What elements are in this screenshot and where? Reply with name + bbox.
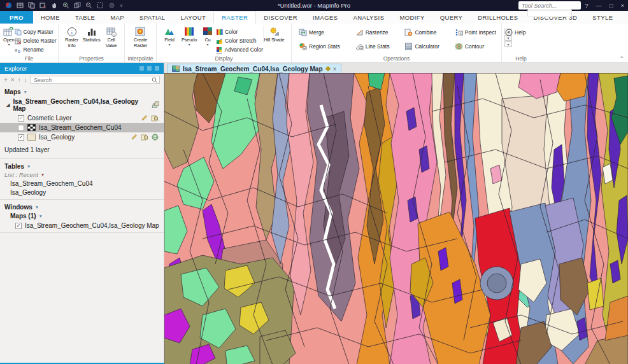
color-stretch-button[interactable]: Color Stretch bbox=[216, 37, 263, 45]
help-button[interactable]: ? Help bbox=[505, 29, 525, 36]
tables-filter[interactable]: List : Recent ▼ bbox=[0, 171, 164, 179]
tab-images[interactable]: IMAGES bbox=[305, 11, 345, 24]
layer-row-geochem[interactable]: Isa_Stream_Geochem_Cu04 bbox=[0, 123, 164, 132]
explorer-move-up-button[interactable]: ↑ bbox=[18, 77, 21, 83]
explorer-header[interactable]: Explorer bbox=[0, 63, 164, 74]
tab-drillholes[interactable]: DRILLHOLES bbox=[470, 11, 525, 24]
advanced-color-button[interactable]: Advanced Color bbox=[216, 46, 263, 53]
tables-section-header[interactable]: Tables ▼ bbox=[0, 160, 164, 171]
layer-checkbox[interactable]: ✓ bbox=[18, 134, 24, 141]
tab-pro[interactable]: PRO bbox=[0, 11, 33, 24]
tab-raster[interactable]: RASTER bbox=[213, 11, 256, 24]
explorer-pin-icon[interactable] bbox=[139, 66, 144, 71]
edit-pencil-icon[interactable] bbox=[141, 115, 148, 122]
delete-raster-button[interactable]: Delete Raster bbox=[15, 37, 57, 45]
calculator-icon bbox=[404, 43, 413, 50]
tab-table[interactable]: TABLE bbox=[68, 11, 103, 24]
table-item[interactable]: Isa_Geology bbox=[0, 188, 164, 197]
layer-checkbox[interactable]: ✓ bbox=[18, 115, 24, 122]
explorer-search-input[interactable] bbox=[31, 76, 160, 84]
merge-button[interactable]: Merge bbox=[298, 29, 341, 36]
map-window[interactable] bbox=[164, 73, 628, 364]
divider bbox=[0, 158, 164, 159]
map-document-tab[interactable]: Isa_Stream_Geochem_Cu04,Isa_Geology Map … bbox=[167, 64, 341, 73]
collapse-ribbon-button[interactable]: ^ bbox=[620, 55, 623, 60]
tab-home[interactable]: HOME bbox=[33, 11, 68, 24]
save-table-icon[interactable] bbox=[17, 2, 24, 9]
explorer-move-down-button[interactable]: ↓ bbox=[24, 77, 27, 83]
map-layers-icon[interactable] bbox=[152, 101, 159, 109]
layer-row-geology[interactable]: ✓ Isa_Geology bbox=[0, 132, 164, 142]
copy-icon[interactable] bbox=[28, 2, 35, 9]
zoom-in-icon[interactable] bbox=[62, 2, 69, 9]
combine-button[interactable]: Combine bbox=[404, 29, 439, 36]
filter-arrow-icon: ▼ bbox=[41, 172, 45, 177]
explorer-toolbar: + × ↑ ↓ bbox=[0, 74, 164, 86]
minimize-button[interactable]: — bbox=[596, 2, 602, 9]
zoom-layer-icon[interactable] bbox=[151, 115, 159, 122]
help-window-button[interactable]: ? bbox=[585, 2, 588, 9]
layer-row-cosmetic[interactable]: ✓ Cosmetic Layer bbox=[0, 113, 164, 123]
explorer-remove-button[interactable]: × bbox=[11, 77, 15, 83]
close-button[interactable]: × bbox=[620, 2, 624, 9]
tab-modify[interactable]: MODIFY bbox=[392, 11, 432, 24]
windows-section-header[interactable]: Windows ▼ bbox=[0, 201, 164, 211]
restore-button[interactable]: □ bbox=[610, 2, 613, 9]
window-checkbox[interactable]: ✓ bbox=[15, 223, 22, 229]
globe-icon[interactable] bbox=[152, 134, 159, 141]
point-inspect-button[interactable]: x Point Inspect bbox=[454, 29, 497, 36]
tool-search-dropdown[interactable] bbox=[527, 10, 572, 17]
tab-analysis[interactable]: ANALYSIS bbox=[345, 11, 392, 24]
statistics-button[interactable]: Statistics bbox=[82, 25, 101, 43]
color-button[interactable]: Color bbox=[216, 28, 263, 36]
point-inspect-icon: x bbox=[455, 29, 463, 36]
line-stats-button[interactable]: 2 Line Stats bbox=[355, 43, 390, 50]
tab-spatial[interactable]: SPATIAL bbox=[132, 11, 173, 24]
tab-close-icon[interactable]: × bbox=[333, 66, 337, 73]
zoom-layer-icon[interactable] bbox=[141, 134, 148, 141]
windows-maps-subheader[interactable]: Maps (1) ▼ bbox=[0, 211, 164, 220]
tab-style[interactable]: STYLE bbox=[585, 11, 620, 24]
layer-checkbox[interactable] bbox=[18, 125, 24, 131]
create-raster-button[interactable]: Create Raster bbox=[129, 25, 153, 48]
field-button[interactable]: Field ▾ bbox=[160, 25, 179, 46]
tab-modified-diamond-icon bbox=[325, 66, 330, 71]
calculator-button[interactable]: Calculator bbox=[404, 43, 439, 50]
rasterize-button[interactable]: Rasterize bbox=[355, 29, 390, 36]
pan-hand-icon[interactable] bbox=[51, 2, 58, 9]
section-arrow-icon: ▼ bbox=[27, 164, 31, 169]
open-button[interactable]: Open ▾ bbox=[3, 25, 15, 46]
qat-customize-icon[interactable]: ∨ bbox=[120, 3, 123, 8]
rename-button[interactable]: ab Rename bbox=[15, 46, 57, 53]
geology-map-svg[interactable] bbox=[164, 73, 628, 364]
tab-query[interactable]: QUERY bbox=[432, 11, 471, 24]
edit-pencil-icon[interactable] bbox=[131, 134, 138, 141]
maps-section-header[interactable]: Maps ▼ bbox=[0, 86, 164, 96]
pseudo-button[interactable]: Pseudo ▾ bbox=[179, 25, 199, 46]
region-swatch-icon bbox=[27, 134, 36, 141]
contour-button[interactable]: Contour bbox=[454, 43, 497, 50]
tab-layout[interactable]: LAYOUT bbox=[173, 11, 214, 24]
tool-search-input[interactable] bbox=[518, 1, 581, 10]
hill-shade-button[interactable]: Hill Shade bbox=[263, 25, 285, 43]
advanced-color-icon bbox=[216, 46, 223, 53]
delete-table-icon[interactable] bbox=[39, 2, 46, 9]
tab-map[interactable]: MAP bbox=[103, 11, 132, 24]
cell-value-button[interactable]: i Cell Value bbox=[101, 25, 121, 48]
tab-discover[interactable]: DISCOVER bbox=[256, 11, 305, 24]
window-map-item[interactable]: ✓ Isa_Stream_Geochem_Cu04,Isa_Geology Ma… bbox=[0, 220, 164, 230]
explorer-add-button[interactable]: + bbox=[4, 77, 8, 83]
cu-button[interactable]: Cu ▾ bbox=[199, 25, 216, 46]
explorer-options-icon[interactable] bbox=[147, 66, 152, 71]
select-rectangle-icon[interactable] bbox=[97, 2, 104, 9]
zoom-out-icon[interactable] bbox=[85, 2, 92, 9]
tab-labels[interactable]: LABELS bbox=[620, 11, 628, 24]
region-stats-button[interactable]: 2 Region Stats bbox=[298, 43, 341, 50]
map-tree-node[interactable]: ◢ Isa_Stream_Geochem_Cu04,Isa_Geology Ma… bbox=[0, 96, 164, 113]
raster-info-button[interactable]: i Raster Info bbox=[62, 25, 82, 48]
table-item[interactable]: Isa_Stream_Geochem_Cu04 bbox=[0, 179, 164, 188]
copy-raster-button[interactable]: Copy Raster bbox=[15, 28, 57, 36]
line-stats-icon: 2 bbox=[355, 43, 364, 50]
layers-icon[interactable] bbox=[74, 2, 81, 9]
explorer-close-icon[interactable] bbox=[155, 66, 159, 71]
